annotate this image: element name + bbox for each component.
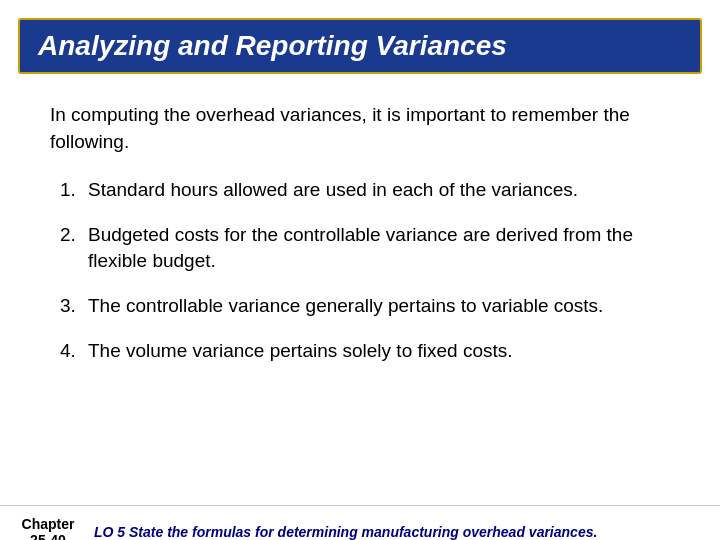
list-content-4: The volume variance pertains solely to f… — [88, 338, 670, 365]
list-item: 3. The controllable variance generally p… — [60, 293, 670, 320]
list-content-3: The controllable variance generally pert… — [88, 293, 670, 320]
list-number-3: 3. — [60, 293, 88, 320]
chapter-label: Chapter 25-40 — [18, 516, 78, 540]
intro-paragraph: In computing the overhead variances, it … — [50, 102, 670, 155]
list-item: 1. Standard hours allowed are used in ea… — [60, 177, 670, 204]
list-items: 1. Standard hours allowed are used in ea… — [50, 177, 670, 364]
list-content-2: Budgeted costs for the controllable vari… — [88, 222, 670, 275]
main-content: In computing the overhead variances, it … — [0, 74, 720, 392]
lo-text: LO 5 State the formulas for determining … — [94, 524, 597, 540]
list-number-1: 1. — [60, 177, 88, 204]
list-number-2: 2. — [60, 222, 88, 249]
list-item: 4. The volume variance pertains solely t… — [60, 338, 670, 365]
list-number-4: 4. — [60, 338, 88, 365]
slide-title: Analyzing and Reporting Variances — [38, 30, 507, 61]
chapter-word: Chapter — [22, 516, 75, 532]
list-content-1: Standard hours allowed are used in each … — [88, 177, 670, 204]
title-bar: Analyzing and Reporting Variances — [18, 18, 702, 74]
list-item: 2. Budgeted costs for the controllable v… — [60, 222, 670, 275]
slide-container: Analyzing and Reporting Variances In com… — [0, 18, 720, 540]
footer: Chapter 25-40 LO 5 State the formulas fo… — [0, 505, 720, 540]
chapter-number: 25-40 — [30, 532, 66, 540]
